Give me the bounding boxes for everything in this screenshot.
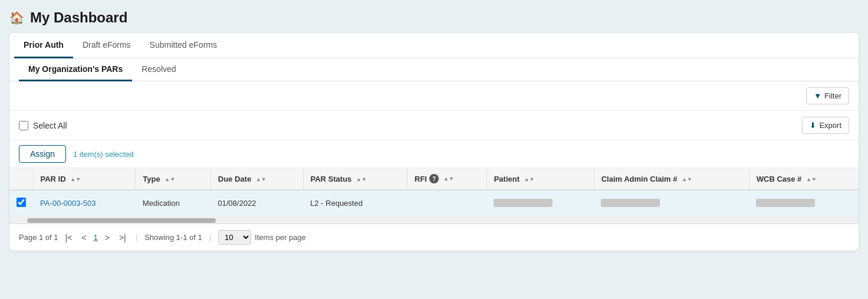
col-wcb-case: WCB Case # ▲▼	[749, 168, 859, 190]
cell-wcb-case	[749, 190, 859, 216]
items-per-page-label: Items per page	[255, 233, 306, 242]
page-title: My Dashboard	[30, 9, 127, 26]
sort-par-id[interactable]: ▲▼	[70, 177, 81, 182]
toolbar: ▼ Filter	[9, 81, 859, 111]
select-all-area: Select All	[19, 121, 67, 130]
filter-label: Filter	[824, 91, 841, 100]
current-page-number[interactable]: 1	[94, 233, 98, 242]
items-per-page: 10 25 50 100 Items per page	[218, 230, 306, 245]
cell-due-date: 01/08/2022	[211, 190, 303, 216]
sort-due-date[interactable]: ▲▼	[256, 177, 267, 182]
cell-rfi	[407, 190, 487, 216]
selected-info: 1 item(s) selected	[73, 150, 134, 159]
tab-draft-eforms[interactable]: Draft eForms	[73, 33, 140, 58]
pagination-divider-2: |	[209, 233, 211, 242]
per-page-select[interactable]: 10 25 50 100	[218, 230, 251, 245]
select-all-label[interactable]: Select All	[33, 121, 67, 130]
scroll-thumb[interactable]	[27, 218, 216, 223]
page-header: 🏠 My Dashboard	[9, 9, 859, 26]
export-label: Export	[819, 121, 841, 130]
table-header-row: PAR ID ▲▼ Type ▲▼ Due Date ▲▼ PAR Status…	[9, 168, 859, 190]
tab-resolved[interactable]: Resolved	[132, 58, 185, 81]
pagination-bar: Page 1 of 1 |< < 1 > >| | Showing 1-1 of…	[9, 224, 859, 251]
pagination-divider: |	[136, 233, 137, 242]
horizontal-scrollbar[interactable]	[9, 217, 859, 224]
filter-button[interactable]: ▼ Filter	[806, 87, 849, 104]
top-tabs: Prior Auth Draft eForms Submitted eForms	[9, 33, 859, 58]
tab-my-org-pars[interactable]: My Organization's PARs	[19, 58, 132, 81]
row-checkbox[interactable]	[17, 198, 26, 207]
home-icon[interactable]: 🏠	[9, 11, 24, 25]
col-checkbox	[9, 168, 33, 190]
row-checkbox-cell	[9, 190, 33, 216]
page-info: Page 1 of 1	[19, 233, 58, 242]
tab-submitted-eforms[interactable]: Submitted eForms	[140, 33, 226, 58]
sort-rfi[interactable]: ▲▼	[443, 176, 454, 182]
col-type: Type ▲▼	[136, 168, 211, 190]
cell-par-id: PA-00-0003-503	[33, 190, 136, 216]
main-card: Prior Auth Draft eForms Submitted eForms…	[9, 33, 859, 251]
table-row: PA-00-0003-503 Medication 01/08/2022 L2 …	[9, 190, 859, 216]
rfi-header: RFI ? ▲▼	[415, 174, 479, 183]
export-icon: ⬇	[810, 121, 816, 130]
assign-button[interactable]: Assign	[19, 145, 66, 163]
sort-wcb-case[interactable]: ▲▼	[806, 177, 817, 182]
selection-row: Select All ⬇ Export	[9, 111, 859, 140]
col-rfi: RFI ? ▲▼	[407, 168, 487, 190]
last-page-button[interactable]: >|	[117, 232, 129, 244]
next-page-button[interactable]: >	[103, 232, 112, 244]
table-container: PAR ID ▲▼ Type ▲▼ Due Date ▲▼ PAR Status…	[9, 168, 859, 217]
col-patient: Patient ▲▼	[486, 168, 594, 190]
export-button[interactable]: ⬇ Export	[802, 117, 849, 134]
col-due-date: Due Date ▲▼	[211, 168, 303, 190]
inner-tabs: My Organization's PARs Resolved	[9, 58, 859, 81]
claim-admin-value	[601, 199, 660, 207]
col-par-id: PAR ID ▲▼	[33, 168, 136, 190]
tab-prior-auth[interactable]: Prior Auth	[14, 33, 73, 58]
cell-claim-admin	[594, 190, 749, 216]
rfi-info-icon[interactable]: ?	[429, 174, 439, 183]
col-claim-admin: Claim Admin Claim # ▲▼	[594, 168, 749, 190]
select-all-checkbox[interactable]	[19, 121, 28, 130]
par-table: PAR ID ▲▼ Type ▲▼ Due Date ▲▼ PAR Status…	[9, 168, 859, 216]
action-row: Assign 1 item(s) selected	[9, 140, 859, 168]
prev-page-button[interactable]: <	[79, 232, 88, 244]
sort-par-status[interactable]: ▲▼	[356, 177, 367, 182]
cell-patient	[486, 190, 594, 216]
wcb-case-value	[756, 199, 815, 207]
patient-value	[494, 199, 553, 207]
showing-info: Showing 1-1 of 1	[144, 233, 202, 242]
col-par-status: PAR Status ▲▼	[303, 168, 407, 190]
sort-type[interactable]: ▲▼	[165, 177, 175, 182]
sort-patient[interactable]: ▲▼	[524, 177, 535, 182]
cell-type: Medication	[136, 190, 211, 216]
par-id-link[interactable]: PA-00-0003-503	[40, 199, 96, 208]
first-page-button[interactable]: |<	[63, 232, 75, 244]
sort-claim-admin[interactable]: ▲▼	[682, 177, 692, 182]
cell-par-status: L2 - Requested	[303, 190, 407, 216]
filter-icon: ▼	[814, 91, 821, 100]
